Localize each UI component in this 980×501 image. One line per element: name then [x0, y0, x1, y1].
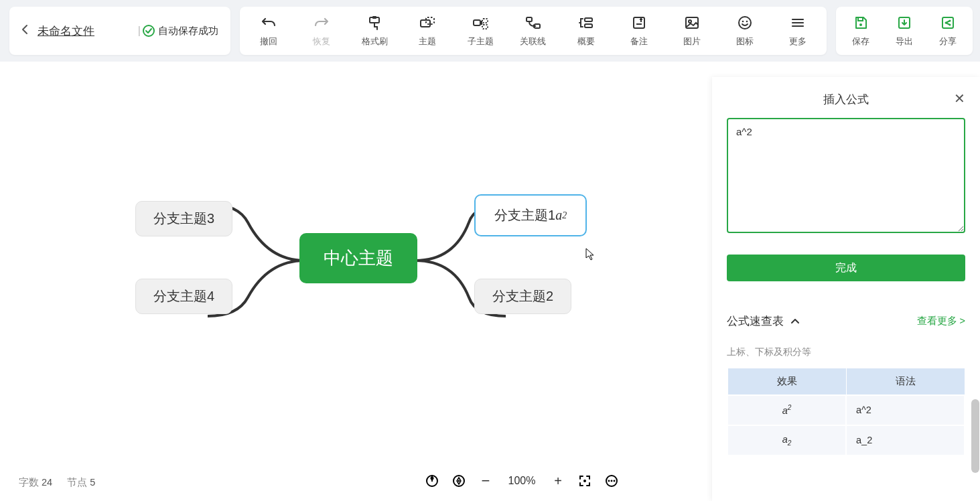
- svg-point-30: [949, 24, 951, 26]
- compass-button[interactable]: [451, 474, 466, 488]
- subtopic-label: 子主题: [468, 35, 494, 48]
- export-label: 导出: [896, 35, 913, 48]
- formula-input[interactable]: [727, 118, 965, 233]
- format-icon: [366, 14, 383, 31]
- note-button[interactable]: 备注: [616, 11, 662, 51]
- export-icon: [896, 14, 913, 31]
- save-button[interactable]: 保存: [839, 11, 882, 51]
- reference-row[interactable]: a2a_2: [727, 425, 965, 455]
- branch1-formula-base: a: [555, 208, 562, 223]
- svg-point-0: [143, 25, 154, 36]
- reference-effect: a2: [727, 395, 846, 425]
- subtopic-button[interactable]: 子主题: [458, 11, 503, 51]
- redo-icon: [313, 14, 330, 31]
- more-icon: [789, 14, 807, 31]
- reference-effect: a2: [727, 425, 846, 455]
- export-button[interactable]: 导出: [882, 11, 926, 51]
- svg-rect-11: [585, 24, 592, 27]
- relation-button[interactable]: 关联线: [510, 11, 556, 51]
- share-button[interactable]: 分享: [926, 11, 970, 51]
- check-circle-icon: [142, 24, 155, 38]
- svg-point-29: [949, 20, 951, 22]
- svg-rect-12: [634, 17, 644, 28]
- formula-reference-table: 效果 语法 a2a^2a2a_2: [727, 368, 965, 455]
- format-button[interactable]: 格式刷: [352, 11, 397, 51]
- note-icon: [630, 14, 648, 31]
- nodes-label: 节点: [67, 477, 87, 488]
- words-value: 24: [42, 477, 52, 488]
- svg-point-33: [431, 477, 434, 480]
- panel-title: 插入公式: [823, 93, 869, 106]
- branch3-node[interactable]: 分支主题3: [135, 201, 232, 236]
- relation-icon: [524, 14, 542, 31]
- formula-done-button[interactable]: 完成: [727, 255, 965, 281]
- reference-row[interactable]: a2a^2: [727, 395, 965, 425]
- topic-icon: [419, 14, 436, 31]
- undo-label: 撤回: [260, 35, 277, 48]
- panel-close-button[interactable]: ✕: [954, 90, 965, 106]
- more-label: 更多: [789, 35, 807, 48]
- icon-label: 图标: [736, 35, 754, 48]
- summary-icon: [577, 14, 595, 31]
- share-label: 分享: [939, 35, 957, 48]
- svg-rect-6: [482, 19, 488, 23]
- panel-scrollbar[interactable]: [971, 399, 979, 473]
- footer-stats: 字数 24 节点 5: [19, 476, 95, 489]
- branch4-node[interactable]: 分支主题4: [135, 279, 232, 314]
- svg-point-17: [689, 20, 691, 23]
- autosave-label: 自动保存成功: [158, 25, 218, 38]
- share-icon: [939, 14, 957, 31]
- svg-rect-24: [858, 17, 863, 21]
- filename[interactable]: 未命名文件: [38, 23, 94, 39]
- autosave-indicator: | 自动保存成功: [138, 24, 218, 38]
- more-button[interactable]: 更多: [775, 11, 821, 51]
- svg-point-18: [739, 17, 751, 29]
- undo-icon: [260, 14, 277, 31]
- col-effect-header: 效果: [727, 368, 846, 396]
- branch1-formula-sup: 2: [562, 210, 567, 221]
- topic-button[interactable]: 主题: [405, 11, 450, 51]
- zoom-level[interactable]: 100%: [505, 475, 539, 487]
- branch2-label: 分支主题2: [492, 287, 553, 305]
- words-label: 字数: [19, 477, 39, 488]
- branch3-label: 分支主题3: [153, 210, 214, 228]
- branch4-label: 分支主题4: [153, 287, 214, 305]
- save-icon: [852, 14, 869, 31]
- reference-toggle[interactable]: [790, 316, 800, 327]
- fit-screen-button[interactable]: [577, 474, 592, 488]
- redo-button: 恢复: [299, 11, 344, 51]
- reference-syntax: a_2: [846, 425, 965, 455]
- reference-more-link[interactable]: 查看更多 >: [917, 315, 966, 328]
- branch1-label: 分支主题1: [494, 206, 555, 224]
- center-topic-label: 中心主题: [324, 246, 393, 270]
- zoom-in-button[interactable]: +: [551, 474, 565, 488]
- svg-point-20: [746, 21, 748, 23]
- icon-button[interactable]: 图标: [722, 11, 768, 51]
- svg-point-28: [945, 22, 947, 24]
- formula-panel: 插入公式 ✕ 完成 公式速查表 查看更多 > 上标、下标及积分等 效果 语法 a…: [712, 77, 980, 501]
- undo-button[interactable]: 撤回: [246, 11, 291, 51]
- back-button[interactable]: [21, 24, 28, 38]
- zoom-out-button[interactable]: −: [478, 474, 493, 488]
- svg-point-40: [614, 480, 616, 482]
- mouse-mode-button[interactable]: [425, 474, 439, 488]
- nodes-value: 5: [90, 477, 95, 488]
- more-options-button[interactable]: [604, 474, 619, 488]
- svg-point-25: [859, 23, 862, 26]
- center-topic-node[interactable]: 中心主题: [299, 233, 417, 283]
- svg-rect-5: [474, 20, 480, 25]
- icon-icon: [736, 14, 754, 31]
- redo-label: 恢复: [313, 35, 330, 48]
- svg-point-36: [583, 480, 586, 482]
- summary-label: 概要: [577, 35, 595, 48]
- svg-point-35: [458, 480, 460, 482]
- svg-rect-7: [482, 25, 488, 29]
- branch2-node[interactable]: 分支主题2: [474, 279, 571, 314]
- branch1-node[interactable]: 分支主题1a2: [474, 194, 587, 236]
- image-button[interactable]: 图片: [669, 11, 715, 51]
- save-label: 保存: [852, 35, 869, 48]
- topic-label: 主题: [419, 35, 436, 48]
- summary-button[interactable]: 概要: [563, 11, 609, 51]
- formula-reference-title: 公式速查表: [727, 313, 784, 329]
- svg-rect-27: [942, 17, 953, 28]
